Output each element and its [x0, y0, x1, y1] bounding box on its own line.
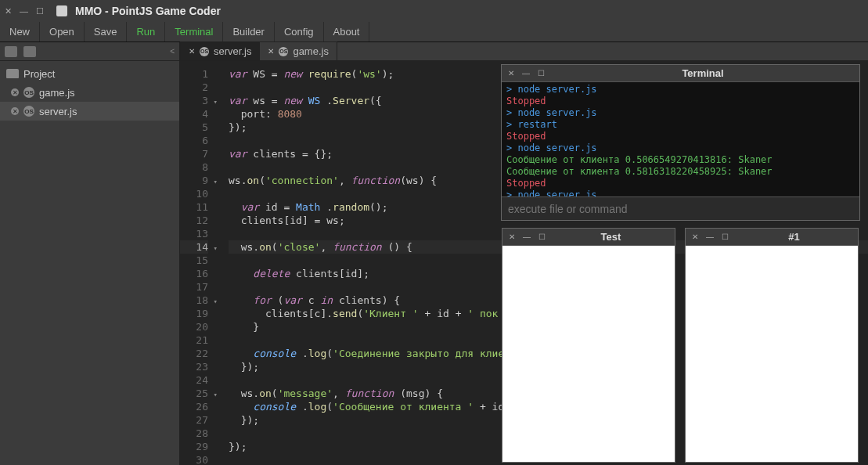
close-file-icon[interactable]: ✕ [11, 88, 19, 96]
menu-new[interactable]: New [0, 22, 40, 41]
sidebar-collapse-icon[interactable]: < [170, 47, 175, 56]
panel-maximize-icon[interactable]: ☐ [538, 69, 545, 78]
close-icon[interactable]: ✕ [5, 6, 12, 16]
test-body[interactable] [502, 246, 675, 462]
test-panel: ✕ — ☐ Test [502, 228, 675, 463]
terminal-titlebar[interactable]: ✕ — ☐ Terminal [502, 65, 859, 82]
tab-game[interactable]: ✕ OS game.js [259, 41, 337, 60]
tree-file-game[interactable]: ✕ OS game.js [0, 83, 179, 102]
tab-close-icon[interactable]: ✕ [268, 47, 274, 56]
terminal-panel: ✕ — ☐ Terminal > node server.jsStopped> … [501, 64, 860, 221]
tab-server[interactable]: ✕ OS server.js [180, 41, 260, 60]
editor-tabs: ✕ OS server.js ✕ OS game.js [180, 42, 868, 61]
test-titlebar[interactable]: ✕ — ☐ Test [502, 229, 675, 246]
menu-run[interactable]: Run [127, 22, 165, 41]
js-file-icon: OS [23, 106, 34, 117]
menu-builder[interactable]: Builder [223, 22, 274, 41]
file-label: game.js [39, 87, 75, 99]
panel-one: ✕ — ☐ #1 [685, 228, 859, 463]
panel-minimize-icon[interactable]: — [522, 69, 530, 78]
terminal-output[interactable]: > node server.jsStopped> node server.js>… [502, 82, 859, 196]
menu-about[interactable]: About [324, 22, 370, 41]
file-tree: Project ✕ OS game.js ✕ OS server.js [0, 61, 179, 124]
panel-minimize-icon[interactable]: — [706, 232, 714, 241]
window-title: MMO - PointJS Game Coder [75, 5, 221, 17]
sidebar-icon-1[interactable] [5, 46, 17, 57]
panel-one-title: #1 [788, 231, 799, 243]
menu-open[interactable]: Open [40, 22, 85, 41]
tab-close-icon[interactable]: ✕ [189, 47, 195, 56]
panel-maximize-icon[interactable]: ☐ [538, 232, 546, 241]
titlebar: ✕ — ☐ MMO - PointJS Game Coder [0, 0, 868, 22]
js-file-icon: OS [279, 47, 288, 56]
panel-maximize-icon[interactable]: ☐ [722, 232, 729, 241]
panel-one-titlebar[interactable]: ✕ — ☐ #1 [686, 229, 858, 246]
minimize-icon[interactable]: — [20, 6, 28, 16]
tree-project-root[interactable]: Project [0, 64, 179, 83]
sidebar-toolbar: < [0, 42, 179, 61]
menu-terminal[interactable]: Terminal [165, 22, 223, 41]
js-file-icon: OS [23, 87, 34, 98]
panel-one-body[interactable] [686, 246, 858, 462]
project-label: Project [23, 68, 55, 80]
panel-close-icon[interactable]: ✕ [692, 232, 698, 241]
terminal-input[interactable] [508, 203, 853, 215]
tab-label: game.js [293, 45, 329, 57]
terminal-input-row [502, 196, 859, 220]
close-file-icon[interactable]: ✕ [11, 107, 19, 115]
sidebar: < Project ✕ OS game.js ✕ OS server.js [0, 42, 180, 465]
menubar: New Open Save Run Terminal Builder Confi… [0, 22, 868, 42]
sidebar-icon-2[interactable] [23, 46, 36, 57]
tree-file-server[interactable]: ✕ OS server.js [0, 102, 179, 121]
terminal-title: Terminal [682, 67, 723, 79]
menu-save[interactable]: Save [85, 22, 128, 41]
tab-label: server.js [214, 45, 251, 57]
file-label: server.js [39, 106, 77, 117]
panel-close-icon[interactable]: ✕ [509, 232, 515, 241]
maximize-icon[interactable]: ☐ [36, 6, 44, 16]
app-icon [56, 5, 67, 16]
test-title: Test [601, 231, 621, 243]
folder-icon [6, 69, 19, 78]
js-file-icon: OS [200, 47, 209, 56]
panel-close-icon[interactable]: ✕ [508, 69, 514, 78]
panel-minimize-icon[interactable]: — [523, 232, 531, 241]
menu-config[interactable]: Config [275, 22, 324, 41]
